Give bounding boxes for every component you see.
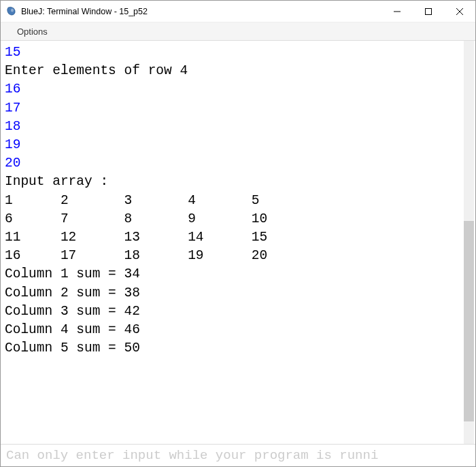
terminal-line: Column 1 sum = 34 [5,265,471,283]
bluej-icon [6,6,17,17]
terminal-line: Column 4 sum = 46 [5,321,471,339]
terminal-line: 11 12 13 14 15 [5,228,471,247]
input-bar: Can only enter input while your program … [1,444,475,466]
terminal-line: Column 2 sum = 38 [5,284,471,302]
minimize-button[interactable] [381,1,413,22]
scrollbar-thumb[interactable] [464,221,474,421]
terminal-line: Enter elements of row 4 [5,62,471,80]
terminal-line: Input array : [5,173,471,191]
terminal-line: 16 [5,80,471,99]
terminal-line: Column 3 sum = 42 [5,302,471,321]
terminal-line: 1 2 3 4 5 [5,192,471,210]
window-controls [381,1,475,22]
close-button[interactable] [444,1,475,22]
terminal-line: 6 7 8 9 10 [5,210,471,228]
window-title: BlueJ: Terminal Window - 15_p52 [21,7,148,16]
titlebar-left: BlueJ: Terminal Window - 15_p52 [6,6,148,17]
terminal-line: 17 [5,99,471,118]
terminal-line: Column 5 sum = 50 [5,339,471,358]
maximize-button[interactable] [413,1,444,22]
terminal-line: 19 [5,136,471,154]
options-menu[interactable]: Options [12,24,53,39]
svg-rect-2 [426,8,432,14]
menubar: Options [1,22,475,41]
input-placeholder: Can only enter input while your program … [6,448,378,463]
terminal-line: 15 [5,44,471,62]
titlebar: BlueJ: Terminal Window - 15_p52 [1,1,475,22]
terminal-content[interactable]: 15Enter elements of row 41617181920Input… [1,41,475,444]
terminal-line: 16 17 18 19 20 [5,247,471,265]
terminal-line: 18 [5,118,471,136]
terminal-area: 15Enter elements of row 41617181920Input… [1,41,475,444]
terminal-line: 20 [5,154,471,173]
svg-point-0 [11,8,14,12]
